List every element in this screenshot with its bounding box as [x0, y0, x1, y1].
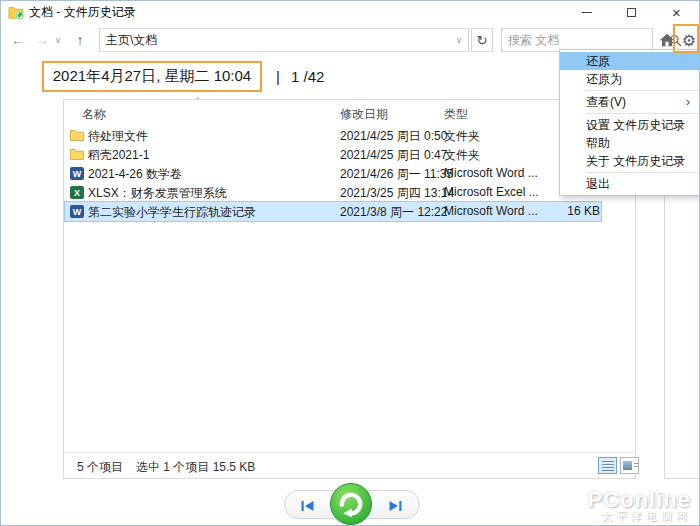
forward-button[interactable]: → [31, 25, 53, 55]
annotation-box-date: 2021年4月27日, 星期二 10:04 [42, 61, 262, 92]
file-row-word-doc[interactable]: W 2021-4-26 数学卷 2021/4/26 周一 11:35 Micro… [65, 164, 601, 183]
search-input[interactable] [502, 33, 669, 47]
header-divider: | [276, 61, 280, 92]
minimize-button[interactable] [564, 1, 609, 23]
items-count-label: 5 个项目 [77, 459, 123, 476]
word-file-icon: W [70, 167, 84, 180]
file-type: 文件夹 [444, 128, 480, 145]
address-input[interactable] [100, 33, 450, 47]
home-button[interactable] [659, 33, 675, 47]
menu-item-configure[interactable]: 设置 文件历史记录 [560, 116, 700, 134]
up-button[interactable]: ↑ [69, 25, 91, 55]
details-view-button[interactable] [598, 457, 617, 474]
file-name: XLSX：财务发票管理系统 [88, 185, 227, 202]
thumbnail-view-icon [623, 461, 632, 470]
next-icon [387, 500, 403, 512]
file-list-panel: ˆ 名称 修改日期 类型 大小 待处理文件 2021/4/25 周日 0:50 … [63, 99, 636, 479]
maximize-icon [627, 8, 636, 17]
file-date: 2021/4/25 周日 0:47 [340, 147, 447, 164]
file-name: 第二实验小学学生行踪轨迹记录 [88, 204, 256, 221]
watermark: PConline 太平洋电脑网 [588, 490, 691, 523]
back-icon: ← [11, 32, 25, 48]
folder-icon [70, 129, 84, 144]
window-controls: × [564, 1, 699, 23]
watermark-brand: PConline [588, 490, 691, 510]
file-name: 待处理文件 [88, 128, 148, 145]
file-row-folder-1[interactable]: 待处理文件 2021/4/25 周日 0:50 文件夹 [65, 126, 601, 145]
excel-file-icon: X [70, 186, 84, 199]
back-button[interactable]: ← [7, 25, 29, 55]
address-dropdown-icon[interactable]: ∨ [450, 35, 468, 45]
menu-separator [586, 172, 698, 173]
file-history-window: 文档 - 文件历史记录 × ← → ∨ ↑ ∨ ↻ [0, 0, 700, 526]
recent-locations-button[interactable]: ∨ [51, 25, 65, 55]
address-bar: ∨ [99, 28, 469, 52]
sort-ascending-icon: ˆ [196, 97, 199, 108]
menu-item-exit[interactable]: 退出 [560, 175, 700, 193]
menu-separator [586, 90, 698, 91]
previous-icon [300, 500, 316, 512]
version-date-label: 2021年4月27日, 星期二 10:04 [53, 67, 251, 86]
column-header-name[interactable]: 名称 [82, 106, 106, 123]
status-bar: 5 个项目 选中 1 个项目 15.5 KB [64, 452, 635, 478]
selection-info-label: 选中 1 个项目 15.5 KB [136, 459, 255, 476]
version-page-indicator: 1 /42 [291, 61, 324, 92]
menu-item-about[interactable]: 关于 文件历史记录 [560, 152, 700, 170]
next-version-button[interactable] [387, 498, 403, 510]
menu-separator [586, 113, 698, 114]
file-row-selected[interactable]: W 第二实验小学学生行踪轨迹记录 2021/3/8 周一 12:22 Micro… [65, 202, 601, 221]
home-icon [659, 33, 675, 47]
file-name: 2021-4-26 数学卷 [88, 166, 182, 183]
watermark-caption: 太平洋电脑网 [588, 510, 691, 523]
menu-item-help[interactable]: 帮助 [560, 134, 700, 152]
menu-item-view[interactable]: 查看(V)› [560, 93, 700, 111]
forward-icon: → [35, 32, 49, 48]
file-date: 2021/4/25 周日 0:50 [340, 128, 447, 145]
refresh-icon: ↻ [477, 33, 488, 48]
file-row-folder-2[interactable]: 稻壳2021-1 2021/4/25 周日 0:47 文件夹 [65, 145, 601, 164]
menu-item-restore-as[interactable]: 还原为 [560, 70, 700, 88]
settings-context-menu: 还原 还原为 查看(V)› 设置 文件历史记录 帮助 关于 文件历史记录 退出 [559, 49, 700, 196]
file-row-excel-doc[interactable]: X XLSX：财务发票管理系统 2021/3/25 周四 13:14 Micro… [65, 183, 601, 202]
file-date: 2021/3/25 周四 13:14 [340, 185, 454, 202]
file-date: 2021/4/26 周一 11:35 [340, 166, 453, 183]
file-type: 文件夹 [444, 147, 480, 164]
menu-item-restore[interactable]: 还原 [560, 52, 700, 70]
word-file-icon: W [70, 205, 84, 218]
close-button[interactable]: × [654, 1, 699, 23]
column-header-type[interactable]: 类型 [444, 106, 468, 123]
file-date: 2021/3/8 周一 12:22 [340, 204, 447, 221]
window-title: 文档 - 文件历史记录 [29, 1, 136, 23]
file-name: 稻壳2021-1 [88, 147, 149, 164]
title-bar: 文档 - 文件历史记录 × [1, 1, 699, 23]
file-size: 16 KB [520, 204, 600, 218]
up-icon: ↑ [77, 32, 84, 48]
details-view-icon [602, 461, 614, 471]
maximize-button[interactable] [609, 1, 654, 23]
column-header-date[interactable]: 修改日期 [340, 106, 388, 123]
close-icon: × [672, 5, 681, 20]
file-type: Microsoft Word ... [444, 166, 538, 180]
previous-version-button[interactable] [300, 498, 316, 510]
restore-icon [329, 482, 373, 526]
refresh-button[interactable]: ↻ [471, 28, 493, 52]
thumbnail-view-button[interactable] [620, 457, 639, 474]
file-type: Microsoft Excel ... [444, 185, 539, 199]
folder-icon [70, 148, 84, 163]
file-history-app-icon [8, 4, 24, 20]
column-header-row: ˆ 名称 修改日期 类型 大小 [64, 100, 635, 125]
restore-button[interactable] [329, 482, 373, 526]
submenu-arrow-icon: › [686, 93, 690, 111]
minimize-icon [582, 12, 592, 13]
chevron-down-icon: ∨ [55, 35, 62, 45]
gear-icon: ⚙ [682, 31, 696, 50]
